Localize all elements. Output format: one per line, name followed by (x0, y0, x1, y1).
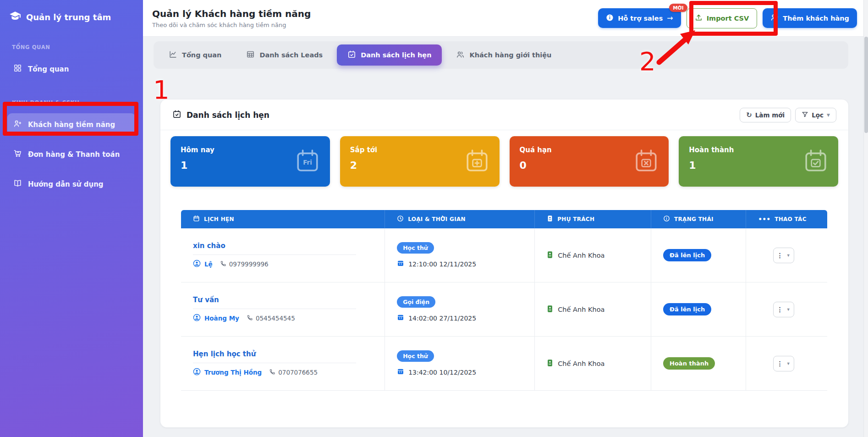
page-title: Quản lý Khách hàng tiềm năng (152, 8, 311, 19)
tab-danh-sach-leads[interactable]: Danh sách Leads (236, 44, 333, 66)
funnel-icon (802, 111, 808, 119)
stat-card-hom-nay[interactable]: Hôm nay 1 Fri (170, 136, 330, 187)
row-actions-button[interactable]: ⋮ ▼ (773, 356, 794, 371)
graduation-cap-icon (9, 10, 21, 24)
new-badge: MỚI (669, 4, 687, 12)
screen: Quản lý trung tâm TỔNG QUAN Tổng quan KI… (0, 0, 868, 437)
calendar-icon (193, 215, 200, 223)
contact-name-link[interactable]: Lệ (204, 260, 213, 268)
appointment-datetime: 12:10:00 12/11/2025 (408, 260, 476, 268)
tab-danh-sach-lich-hen[interactable]: Danh sách lịch hẹn (337, 44, 442, 66)
type-badge: Gọi điện (397, 296, 435, 308)
col-loai-thoi-gian: LOẠI & THỜI GIAN (385, 210, 534, 228)
status-cell: Hoàn thành (651, 337, 746, 390)
assignee-name: Chế Anh Khoa (558, 306, 604, 313)
appointments-panel: Danh sách lịch hẹn ↻ Làm mới Lọc (160, 100, 848, 427)
divider (193, 254, 356, 255)
tab-khach-hang-gioi-thieu[interactable]: Khách hàng giới thiệu (445, 44, 562, 66)
app-title: Quản lý trung tâm (26, 12, 111, 22)
sidebar-item-huong-dan-su-dung[interactable]: Hướng dẫn sử dụng (7, 173, 136, 195)
actions-cell: ⋮ ▼ (746, 337, 827, 390)
stat-card-hoan-thanh[interactable]: Hoàn thành 1 (679, 136, 838, 187)
contact-phone: 0979999996 (220, 260, 269, 268)
appointment-title-link[interactable]: Tư vấn (193, 296, 378, 304)
status-cell: Đã lên lịch (651, 228, 746, 282)
assignee-cell: Chế Anh Khoa (534, 228, 651, 282)
tab-bar: Tổng quan Danh sách Leads Danh sách lịch… (154, 41, 848, 69)
info-circle-icon (663, 215, 670, 223)
appointment-cell: Tư vấn Hoàng My (181, 282, 385, 336)
panel-actions: ↻ Làm mới Lọc ▼ (740, 108, 836, 122)
info-icon (606, 14, 614, 23)
assignee-name: Chế Anh Khoa (558, 360, 604, 367)
contact-name-link[interactable]: Hoàng My (204, 315, 239, 322)
calendar-x-icon (634, 149, 659, 173)
row-actions-button[interactable]: ⋮ ▼ (773, 302, 794, 317)
chevron-down-icon: ▼ (827, 113, 830, 117)
stat-card-sap-toi[interactable]: Sắp tới 2 (340, 136, 500, 187)
svg-text:Fri: Fri (303, 159, 312, 166)
scrollbar-thumb[interactable] (864, 37, 868, 133)
chevron-down-icon: ▼ (786, 307, 791, 312)
sidebar-item-label: Đơn hàng & Thanh toán (28, 150, 120, 159)
annotation-arrow (651, 27, 701, 66)
id-badge-icon (547, 251, 553, 260)
page-titles: Quản lý Khách hàng tiềm năng Theo dõi và… (152, 8, 311, 28)
filter-button[interactable]: Lọc ▼ (795, 108, 836, 122)
kebab-menu-icon: ⋮ (777, 252, 783, 259)
book-icon (13, 179, 22, 189)
stat-card-qua-han[interactable]: Quá hạn 0 (510, 136, 669, 187)
contact-phone: 0707076655 (269, 369, 318, 376)
appointments-table: LỊCH HẸN LOẠI & THỜI GIAN (181, 210, 827, 391)
appointment-cell: Hẹn lịch học thử Trương Thị Hồng (181, 337, 385, 390)
contact-name-link[interactable]: Trương Thị Hồng (204, 369, 262, 376)
col-lich-hen: LỊCH HẸN (181, 210, 385, 228)
table-row: Tư vấn Hoàng My (181, 282, 827, 337)
main-area: Quản lý Khách hàng tiềm năng Theo dõi và… (143, 0, 868, 437)
panel-title: Danh sách lịch hẹn (172, 110, 269, 121)
avatar-icon (193, 260, 201, 269)
tab-tong-quan[interactable]: Tổng quan (158, 44, 232, 66)
sidebar-item-tong-quan[interactable]: Tổng quan (7, 58, 136, 80)
clock-icon (397, 215, 404, 223)
arrow-right-icon: → (667, 14, 673, 22)
contact-phone: 0545454545 (247, 315, 295, 322)
appointment-title-link[interactable]: xin chào (193, 242, 378, 250)
calendar-check-icon (803, 149, 828, 173)
id-badge-icon (547, 359, 553, 368)
annotation-box-step2 (689, 1, 778, 36)
row-actions-button[interactable]: ⋮ ▼ (773, 248, 794, 263)
vertical-scrollbar[interactable] (863, 0, 868, 437)
annotation-number-1: 1 (153, 77, 170, 103)
appointment-title-link[interactable]: Hẹn lịch học thử (193, 350, 378, 358)
grid-icon (13, 64, 22, 74)
calendar-icon (397, 314, 404, 322)
col-phu-trach: PHỤ TRÁCH (534, 210, 651, 228)
panel-header: Danh sách lịch hẹn ↻ Làm mới Lọc (160, 100, 848, 130)
calendar-check-icon (172, 110, 181, 121)
assignee-cell: Chế Anh Khoa (534, 337, 651, 390)
page-subtitle: Theo dõi và chăm sóc khách hàng tiềm năn… (152, 22, 311, 28)
actions-cell: ⋮ ▼ (746, 282, 827, 336)
support-sales-button[interactable]: Hỗ trợ sales → MỚI (598, 8, 681, 28)
assignee-cell: Chế Anh Khoa (534, 282, 651, 336)
ellipsis-icon: ••• (758, 216, 770, 222)
table-header: LỊCH HẸN LOẠI & THỜI GIAN (181, 210, 827, 228)
type-time-cell: Học thử 12:10:00 12/11/2025 (385, 228, 534, 282)
calendar-check-icon (347, 50, 356, 60)
refresh-button[interactable]: ↻ Làm mới (740, 108, 791, 122)
calendar-icon (397, 368, 404, 376)
chevron-down-icon: ▼ (786, 253, 791, 258)
type-badge: Học thử (397, 350, 434, 362)
calendar-icon (397, 260, 404, 268)
users-icon (456, 50, 465, 60)
sidebar-item-don-hang-thanh-toan[interactable]: Đơn hàng & Thanh toán (7, 143, 136, 166)
sidebar: Quản lý trung tâm TỔNG QUAN Tổng quan KI… (0, 0, 143, 437)
calendar-day-icon: Fri (295, 149, 320, 173)
id-badge-icon (547, 305, 553, 314)
phone-icon (269, 369, 275, 376)
refresh-icon: ↻ (746, 112, 752, 119)
sidebar-item-label: Tổng quan (28, 65, 69, 73)
sidebar-item-label: Hướng dẫn sử dụng (28, 180, 104, 188)
col-trang-thai: TRẠNG THÁI (651, 210, 746, 228)
